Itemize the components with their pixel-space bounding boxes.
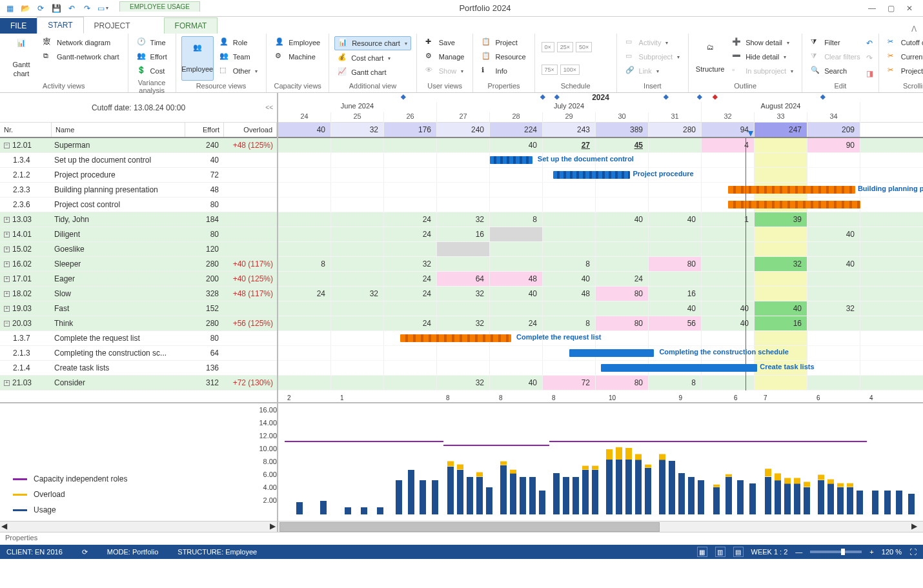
minimize-button[interactable]: — [868,4,876,13]
insert-link-button[interactable]: 🔗Link▾ [622,65,684,77]
capacity-machine-button[interactable]: ⚙Machine [272,50,323,63]
table-row[interactable]: 1.3.7Complete the request list80 [0,331,277,346]
zoom-slider[interactable] [810,551,862,553]
filter-button[interactable]: ⧩Filter [807,36,864,49]
show-detail-button[interactable]: ➕Show detail▾ [729,36,796,49]
gantt-row[interactable]: 241640 [278,227,923,242]
gantt-bar[interactable] [601,364,757,372]
gantt-row[interactable]: 243224880564016 [278,316,923,331]
table-row[interactable]: +15.02Goeslike120 [0,242,277,257]
resource-props-button[interactable]: 📋Resource [478,50,529,63]
scroll-left-arrow[interactable]: ◀ [1,522,7,532]
gantt-row[interactable]: 324072808 [278,376,923,390]
col-nr[interactable]: Nr. [0,123,52,137]
col-effort[interactable]: Effort [185,123,224,137]
tab-start[interactable]: START [37,17,83,34]
clear-filters-button[interactable]: ⧩Clear filters [807,50,864,63]
employee-button[interactable]: 👥Employee [181,36,214,81]
project-props-button[interactable]: 📋Project [478,36,529,49]
gantt-bar[interactable] [728,201,860,208]
sched-75x[interactable]: 75× [542,65,558,75]
redo-icon[interactable]: ↷ [81,3,93,14]
tab-format[interactable]: FORMAT [164,17,218,34]
table-row[interactable]: 2.1.2Project procedure72 [0,168,277,183]
table-row[interactable]: +21.03Consider312+72 (130%) [0,376,277,390]
gantt-row[interactable]: Complete the request list [278,331,923,346]
gantt-row[interactable]: 40404032 [278,301,923,316]
cutoff-date-button[interactable]: ✂Cutoff date [884,36,923,49]
table-row[interactable]: +17.01Eager200+40 (125%) [0,272,277,287]
hide-detail-button[interactable]: ➖Hide detail▾ [729,50,796,63]
erase-icon[interactable]: ◨ [866,69,873,78]
expand-icon[interactable]: + [4,291,10,297]
table-row[interactable]: +16.02Sleeper280+40 (117%) [0,257,277,272]
team-button[interactable]: 👥Team [216,50,261,63]
zoom-in-button[interactable]: + [869,548,873,556]
expand-icon[interactable]: + [4,276,10,282]
gantt-row[interactable]: 2432243240488016 [278,287,923,301]
gantt-row[interactable]: Project procedure [278,168,923,183]
in-subproject-button[interactable]: ▫In subproject▾ [729,65,796,77]
fullscreen-icon[interactable]: ⛶ [909,548,917,556]
col-name[interactable]: Name [52,123,185,137]
undo-small-icon[interactable]: ↶ [866,39,873,48]
gantt-chart-button[interactable]: 📊Gantt chart [5,36,37,81]
variance-cost-button[interactable]: 💲Cost [134,65,170,77]
gantt-bar[interactable] [569,349,654,357]
expand-icon[interactable]: + [4,261,10,267]
insert-activity-button[interactable]: ▭Activity▾ [622,36,684,49]
collapse-left-button[interactable]: << [265,104,273,111]
table-row[interactable]: 2.3.3Building planning presentation48 [0,183,277,198]
table-row[interactable]: 2.1.4Create task lists136 [0,361,277,376]
table-row[interactable]: −20.03Think280+56 (125%) [0,316,277,331]
gantt-bar[interactable] [553,171,630,179]
variance-effort-button[interactable]: 👥Effort [134,50,170,63]
refresh-icon[interactable]: ⟳ [35,3,46,14]
scroll-right-arrow[interactable]: ▶ [270,522,276,532]
status-refresh-icon[interactable]: ⟳ [82,548,88,556]
expand-icon[interactable]: + [4,247,10,252]
properties-panel-label[interactable]: Properties [0,532,923,545]
resource-chart-button[interactable]: 📊Resource chart▾ [334,36,411,50]
gantt-row[interactable]: Building planning presentation [278,183,923,198]
h-scrollbar[interactable] [278,522,911,532]
table-row[interactable]: −12.01Superman240+48 (125%) [0,138,277,153]
gantt-row[interactable]: Set up the document control [278,153,923,168]
table-row[interactable]: +19.03Fast152 [0,301,277,316]
redo-small-icon[interactable]: ↷ [866,54,873,63]
expand-icon[interactable]: + [4,217,10,223]
other-button[interactable]: ⬚Other▾ [216,65,261,77]
table-row[interactable]: +13.03Tidy, John184 [0,212,277,227]
tab-file[interactable]: FILE [0,18,37,34]
info-button[interactable]: ℹInfo [478,65,529,77]
show-view-button[interactable]: 👁Show▾ [422,65,468,77]
ribbon-collapse-icon[interactable]: ᐱ [905,25,923,34]
table-row[interactable]: 2.3.6Project cost control80 [0,198,277,212]
gantt-bar[interactable] [490,156,532,164]
sched-50x[interactable]: 50× [576,42,592,52]
collapse-icon[interactable]: − [4,143,10,148]
gantt-row[interactable]: 2464484024 [278,272,923,287]
insert-subproject-button[interactable]: ▭Subproject▾ [622,50,684,63]
status-view1-icon[interactable]: ▦ [697,547,707,557]
role-button[interactable]: 👤Role [216,36,261,49]
table-row[interactable]: +18.02Slow328+48 (117%) [0,287,277,301]
project-start-button[interactable]: ✂Project start▾ [884,65,923,77]
table-row[interactable]: +14.01Diligent80 [0,227,277,242]
network-diagram-button[interactable]: 🕸Network diagram [40,36,123,49]
expand-icon[interactable]: + [4,306,10,312]
collapse-icon[interactable]: − [4,321,10,327]
gantt-row[interactable] [278,242,923,257]
expand-icon[interactable]: + [4,380,10,386]
gantt-bar[interactable] [728,186,855,194]
table-row[interactable]: 1.3.4Set up the document control40 [0,153,277,168]
gantt-row[interactable]: Completing the construction schedule [278,346,923,361]
gantt-row[interactable]: 8328803240 [278,257,923,272]
gantt-network-button[interactable]: ⧉Gantt-network chart [40,50,123,63]
manage-view-button[interactable]: ⚙Manage [422,50,468,63]
structure-button[interactable]: 🗂Structure [694,36,726,81]
sched-100x[interactable]: 100× [560,65,580,75]
current-date-button[interactable]: ✂Current date [884,50,923,63]
col-overload[interactable]: Overload [224,123,277,137]
qat-more-icon[interactable]: ▭▾ [97,3,108,14]
